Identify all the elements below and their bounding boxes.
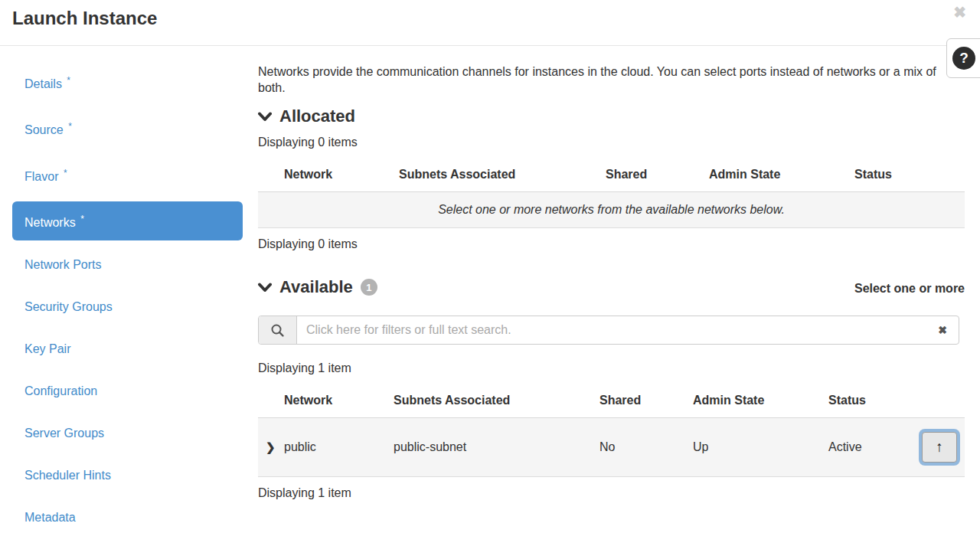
search-icon-addon bbox=[259, 316, 297, 344]
allocated-count-bottom: Displaying 0 items bbox=[258, 237, 965, 251]
sidebar-item-details[interactable]: Details * bbox=[12, 63, 243, 102]
row-expander-cell: ❯ bbox=[258, 418, 284, 477]
allocated-section-toggle[interactable]: Allocated bbox=[258, 106, 965, 126]
sidebar-item-label: Metadata bbox=[24, 511, 76, 524]
sidebar-item-label: Flavor bbox=[24, 170, 58, 183]
sidebar-item-label: Security Groups bbox=[24, 300, 113, 313]
sidebar-item-label: Network Ports bbox=[24, 258, 101, 271]
cell-shared: No bbox=[599, 418, 693, 477]
column-header-admin-state: Admin State bbox=[709, 154, 854, 192]
allocated-empty-row: Select one or more networks from the ava… bbox=[258, 192, 965, 228]
expander-column-header bbox=[258, 154, 284, 192]
cell-admin-state: Up bbox=[693, 418, 828, 477]
sidebar-item-metadata[interactable]: Metadata bbox=[12, 500, 243, 533]
sidebar-item-label: Details bbox=[24, 77, 62, 90]
sidebar-item-scheduler-hints[interactable]: Scheduler Hints bbox=[12, 458, 243, 493]
sidebar-item-networks[interactable]: Networks * bbox=[12, 201, 243, 240]
sidebar-item-configuration[interactable]: Configuration bbox=[12, 374, 243, 409]
chevron-right-icon[interactable]: ❯ bbox=[266, 440, 276, 453]
expander-column-header bbox=[258, 380, 284, 418]
sidebar-item-network-ports[interactable]: Network Ports bbox=[12, 247, 243, 283]
cell-network: public bbox=[284, 418, 394, 477]
required-asterisk: * bbox=[80, 214, 84, 224]
help-icon: ? bbox=[952, 47, 975, 70]
sidebar-item-label: Configuration bbox=[24, 384, 97, 397]
allocated-empty-message: Select one or more networks from the ava… bbox=[258, 192, 965, 228]
sidebar-item-label: Networks bbox=[24, 216, 76, 229]
row-action-cell: ↑ bbox=[911, 418, 965, 477]
available-section-header: Available 1 Select one or more bbox=[258, 277, 965, 297]
select-hint-text: Select one or more bbox=[854, 282, 965, 297]
column-header-shared: Shared bbox=[599, 380, 693, 418]
sidebar-item-key-pair[interactable]: Key Pair bbox=[12, 332, 243, 367]
table-row: ❯ public public-subnet No Up Active ↑ bbox=[258, 418, 965, 477]
page-title: Launch Instance bbox=[12, 8, 968, 29]
sidebar-item-server-groups[interactable]: Server Groups bbox=[12, 416, 243, 451]
allocated-table-header-row: Network Subnets Associated Shared Admin … bbox=[258, 154, 965, 192]
allocate-network-button[interactable]: ↑ bbox=[922, 432, 957, 463]
cell-status: Active bbox=[828, 418, 911, 477]
allocated-count-top: Displaying 0 items bbox=[258, 136, 965, 149]
column-header-subnets: Subnets Associated bbox=[394, 380, 599, 418]
modal-header: Launch Instance ✖ bbox=[0, 0, 980, 46]
column-header-status: Status bbox=[854, 154, 965, 192]
column-header-status: Status bbox=[828, 380, 911, 418]
wizard-step-nav: Details * Source * Flavor * Networks * N… bbox=[0, 46, 258, 533]
allocated-heading: Allocated bbox=[279, 106, 355, 126]
column-header-subnets: Subnets Associated bbox=[399, 154, 606, 192]
column-header-shared: Shared bbox=[606, 154, 709, 192]
column-header-network: Network bbox=[284, 154, 399, 192]
sidebar-item-security-groups[interactable]: Security Groups bbox=[12, 289, 243, 325]
required-asterisk: * bbox=[68, 121, 72, 132]
sidebar-item-label: Source bbox=[24, 124, 64, 137]
cell-subnets: public-subnet bbox=[394, 418, 599, 477]
available-table-header-row: Network Subnets Associated Shared Admin … bbox=[258, 380, 965, 418]
sidebar-item-label: Server Groups bbox=[24, 427, 104, 440]
required-asterisk: * bbox=[67, 75, 70, 86]
search-icon bbox=[270, 323, 285, 338]
close-icon[interactable]: ✖ bbox=[953, 5, 966, 20]
search-input[interactable] bbox=[297, 316, 926, 344]
sidebar-item-flavor[interactable]: Flavor * bbox=[12, 155, 243, 195]
chevron-down-icon bbox=[258, 283, 272, 293]
step-description: Networks provide the communication chann… bbox=[258, 64, 965, 96]
sidebar-item-label: Scheduler Hints bbox=[24, 469, 111, 482]
allocated-table: Network Subnets Associated Shared Admin … bbox=[258, 154, 965, 228]
arrow-up-icon: ↑ bbox=[936, 439, 943, 455]
filter-search-bar: ✖ bbox=[258, 316, 959, 345]
help-button[interactable]: ? bbox=[946, 38, 980, 78]
available-count-bottom: Displaying 1 item bbox=[258, 486, 965, 500]
clear-search-icon[interactable]: ✖ bbox=[926, 316, 959, 344]
available-heading: Available bbox=[279, 277, 353, 297]
available-count-top: Displaying 1 item bbox=[258, 361, 965, 375]
modal-body: Details * Source * Flavor * Networks * N… bbox=[0, 46, 980, 533]
required-asterisk: * bbox=[64, 168, 67, 178]
available-section-toggle[interactable]: Available 1 bbox=[258, 277, 377, 297]
available-count-badge: 1 bbox=[361, 279, 377, 296]
column-header-admin-state: Admin State bbox=[693, 380, 828, 418]
column-header-network: Network bbox=[284, 380, 394, 418]
action-column-header bbox=[911, 380, 965, 418]
sidebar-item-source[interactable]: Source * bbox=[12, 109, 243, 148]
networks-step-content: Networks provide the communication chann… bbox=[258, 46, 980, 533]
chevron-down-icon bbox=[258, 112, 272, 122]
sidebar-item-label: Key Pair bbox=[24, 342, 70, 355]
available-table: Network Subnets Associated Shared Admin … bbox=[258, 380, 965, 477]
